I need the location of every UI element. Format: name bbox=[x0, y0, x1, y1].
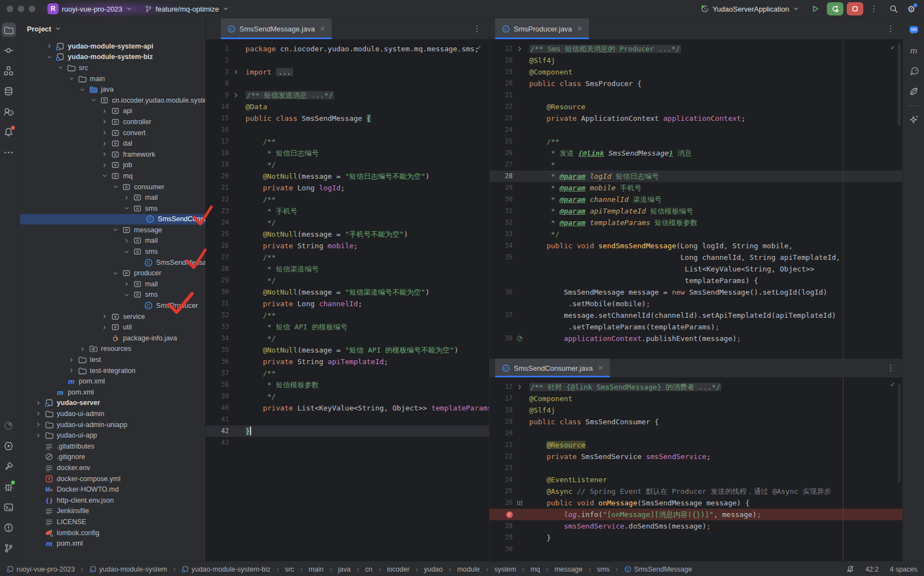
breadcrumb-item[interactable]: yudao bbox=[424, 566, 443, 573]
close-tab-icon[interactable]: ✕ bbox=[577, 25, 582, 33]
code-line[interactable]: 37 /** bbox=[206, 367, 489, 379]
breadcrumb-item[interactable]: main bbox=[309, 566, 323, 573]
breakpoint-icon[interactable]: ✓ bbox=[506, 511, 513, 518]
code-line[interactable]: 24 bbox=[490, 124, 902, 136]
code-line[interactable]: 18@Slf4j bbox=[490, 55, 902, 66]
code-line[interactable]: 27 /** bbox=[206, 252, 489, 263]
chevron-right-icon[interactable] bbox=[47, 43, 56, 49]
inspection-ok-icon[interactable]: ✓ bbox=[890, 380, 895, 388]
code-line[interactable]: 3import ... bbox=[206, 66, 489, 78]
inspection-ok-icon[interactable]: ✓ bbox=[477, 43, 481, 51]
structure-tool-button[interactable] bbox=[2, 63, 16, 78]
chevron-down-icon[interactable] bbox=[69, 76, 78, 82]
tree-item--gitignore[interactable]: .gitignore bbox=[18, 452, 205, 463]
tree-item-docker-compose-yml[interactable]: docker-compose.yml bbox=[18, 473, 205, 484]
chevron-right-icon[interactable] bbox=[102, 108, 111, 114]
code-line[interactable]: 19public class SmsSendConsumer { bbox=[490, 416, 902, 428]
problems-tool-button[interactable] bbox=[2, 520, 16, 535]
code-line[interactable]: 29 } bbox=[490, 532, 902, 543]
commit-tool-button[interactable] bbox=[2, 43, 16, 57]
code-line[interactable]: 21 private Long logId; bbox=[206, 182, 489, 194]
ai-actions-tool-button[interactable] bbox=[906, 113, 921, 127]
chevron-down-icon[interactable] bbox=[58, 65, 67, 71]
code-line[interactable]: 25 @Async // Spring Event 默认在 Producer 发… bbox=[490, 486, 902, 497]
chevron-down-icon[interactable] bbox=[113, 270, 122, 276]
scrollbar-thumb[interactable] bbox=[898, 43, 901, 126]
code-line[interactable]: 35 Long channelId, String apiTemplateId, bbox=[490, 252, 902, 263]
tree-item-yudao-ui-admin-uniapp[interactable]: yudao-ui-admin-uniapp bbox=[18, 419, 205, 430]
code-line[interactable]: 38 * 短信模板参数 bbox=[206, 379, 489, 391]
code-line[interactable]: 34 */ bbox=[206, 333, 489, 344]
code-line[interactable]: 12/** 针对 {@link SmsSendMessage} 的消费者 ...… bbox=[490, 381, 902, 393]
chevron-right-icon[interactable] bbox=[69, 357, 78, 363]
code-line[interactable]: 40 private List<KeyValue<String, Object>… bbox=[206, 402, 489, 414]
code-line[interactable]: templateParams) { bbox=[490, 275, 902, 286]
tree-item-pom-xml[interactable]: pom.xml bbox=[18, 387, 205, 398]
code-line[interactable]: 26 public void onMessage(SmsSendMessage … bbox=[490, 497, 902, 509]
chevron-right-icon[interactable] bbox=[36, 422, 45, 428]
maven-tool-button[interactable] bbox=[906, 43, 921, 57]
code-line[interactable]: 2 bbox=[206, 55, 489, 66]
code-line[interactable]: 30 @NotNull(message = "短信渠道编号不能为空") bbox=[206, 286, 489, 298]
chevron-down-icon[interactable] bbox=[91, 97, 100, 103]
ai-assistant-tool-button[interactable] bbox=[906, 23, 921, 37]
tree-item-controller[interactable]: controller bbox=[18, 116, 205, 127]
build-tool-button[interactable] bbox=[2, 459, 16, 473]
tree-item-smsproducer[interactable]: SmsProducer bbox=[18, 300, 205, 311]
code-line[interactable]: 19@Component bbox=[490, 66, 902, 78]
code-line[interactable]: 20 @NotNull(message = "短信日志编号不能为空") bbox=[206, 170, 489, 182]
run-button[interactable] bbox=[807, 2, 824, 15]
chevron-right-icon[interactable] bbox=[102, 162, 111, 168]
chevron-down-icon[interactable] bbox=[102, 173, 111, 179]
editor-options-button[interactable]: ⋮ bbox=[879, 363, 902, 373]
tree-item-mail[interactable]: mail bbox=[18, 192, 205, 203]
tree-item--gitattributes[interactable]: .gitattributes bbox=[18, 441, 205, 452]
profiler-tool-button[interactable] bbox=[2, 418, 16, 433]
breadcrumb-item[interactable]: sms bbox=[597, 566, 610, 573]
code-line[interactable]: 30 * @param channelId 渠道编号 bbox=[490, 194, 902, 205]
window-controls[interactable] bbox=[7, 6, 35, 12]
tree-item-resources[interactable]: resources bbox=[18, 344, 205, 355]
code-line[interactable]: 27 * bbox=[490, 159, 902, 170]
code-line[interactable]: 8 bbox=[206, 78, 489, 89]
code-line[interactable]: 22 /** bbox=[206, 194, 489, 205]
chevron-right-icon[interactable] bbox=[102, 130, 111, 136]
code-line[interactable]: 39 */ bbox=[206, 391, 489, 402]
code-line[interactable]: List<KeyValue<String, Object>> bbox=[490, 263, 902, 275]
tree-item-test-integration[interactable]: test-integration bbox=[18, 365, 205, 376]
rerun-button[interactable] bbox=[827, 2, 843, 15]
tree-item-yudao-module-system-biz[interactable]: yudao-module-system-biz bbox=[18, 52, 205, 63]
code-line[interactable]: 20 bbox=[490, 428, 902, 439]
chevron-down-icon[interactable] bbox=[124, 249, 133, 255]
code-line[interactable]: 24 @EventListener bbox=[490, 474, 902, 486]
editor-options-button[interactable]: ⋮ bbox=[879, 24, 902, 34]
gradle-tool-button[interactable] bbox=[906, 63, 921, 78]
breadcrumb-item[interactable]: cn bbox=[365, 566, 372, 573]
scrollbar-thumb[interactable] bbox=[898, 383, 901, 483]
code-line[interactable]: 29 * @param mobile 手机号 bbox=[490, 182, 902, 194]
tree-item-job[interactable]: job bbox=[18, 160, 205, 171]
code-line[interactable]: 35 @NotNull(message = "短信 API 的模板编号不能为空"… bbox=[206, 344, 489, 356]
breadcrumb-item[interactable]: src bbox=[285, 566, 294, 573]
code-line[interactable]: 12/** Sms 短信相关消息的 Producer ...*/ bbox=[490, 43, 902, 55]
tab-smssendconsumer[interactable]: SmsSendConsumer.java ✕ bbox=[495, 359, 610, 377]
tree-item-http-client-env-json[interactable]: http-client.env.json bbox=[18, 495, 205, 506]
code-line[interactable]: 14@Data bbox=[206, 101, 489, 113]
breadcrumb-item[interactable]: mq bbox=[530, 566, 540, 573]
search-everywhere-button[interactable] bbox=[885, 2, 902, 15]
code-line[interactable]: 24 */ bbox=[206, 217, 489, 228]
tree-item-pom-xml[interactable]: pom.xml bbox=[18, 538, 205, 549]
chevron-down-icon[interactable] bbox=[47, 54, 56, 60]
tree-item-docker-env[interactable]: docker.env bbox=[18, 462, 205, 473]
breadcrumb-item[interactable]: SmsSendMessage bbox=[624, 566, 692, 573]
breadcrumb-item[interactable]: ruoyi-vue-pro-2023 bbox=[7, 566, 75, 573]
chevron-down-icon[interactable] bbox=[113, 184, 122, 190]
code-line[interactable]: 23 private ApplicationContext applicatio… bbox=[490, 113, 902, 124]
chevron-right-icon[interactable] bbox=[80, 346, 89, 352]
chevron-right-icon[interactable] bbox=[102, 119, 111, 125]
code-line[interactable]: 25 /** bbox=[490, 136, 902, 147]
code-line[interactable]: 20public class SmsProducer { bbox=[490, 78, 902, 89]
code-line[interactable]: 17 /** bbox=[206, 136, 489, 147]
breadcrumb-item[interactable]: yudao-module-system bbox=[89, 566, 167, 573]
tree-item-mq[interactable]: mq bbox=[18, 170, 205, 182]
